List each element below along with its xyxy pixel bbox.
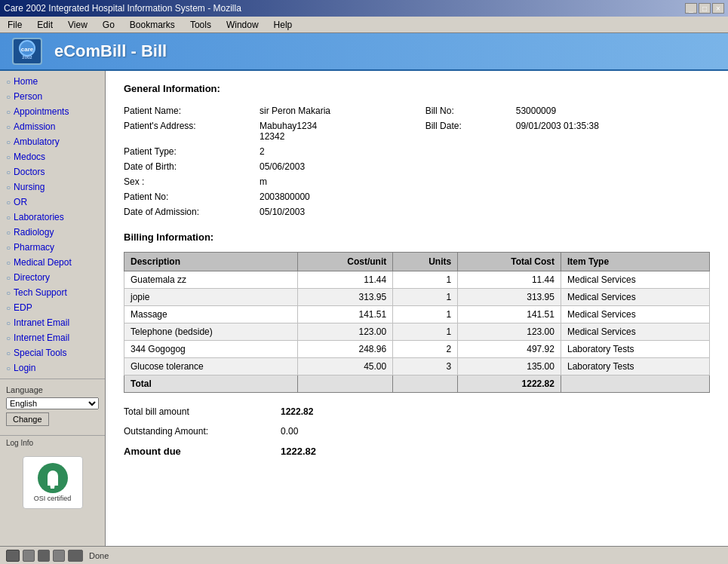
cell-units: 1 <box>393 271 458 289</box>
sidebar-item-or[interactable]: ○ OR <box>0 195 105 210</box>
patient-address-value: Mabuhay123412342 <box>260 118 425 144</box>
bullet-icon: ○ <box>6 304 11 312</box>
language-change-button[interactable]: Change <box>6 412 49 426</box>
sidebar-item-nursing[interactable]: ○ Nursing <box>0 179 105 195</box>
billing-info-header: Billing Information: <box>124 231 710 243</box>
sidebar-link-directory[interactable]: Directory <box>14 272 50 283</box>
amount-due-label: Amount due <box>124 446 275 457</box>
minimize-button[interactable]: _ <box>685 3 697 14</box>
menu-window[interactable]: Window <box>222 18 263 32</box>
sidebar-item-directory[interactable]: ○ Directory <box>0 270 105 285</box>
cell-total-cost: 123.00 <box>458 323 561 341</box>
bullet-icon: ○ <box>6 198 11 207</box>
sidebar-item-radiology[interactable]: ○ Radiology <box>0 225 105 240</box>
col-total-cost: Total Cost <box>458 253 561 271</box>
sidebar-link-home[interactable]: Home <box>14 76 38 87</box>
statusbar-icon-3 <box>38 550 50 562</box>
menu-view[interactable]: View <box>63 18 92 32</box>
sidebar-item-login[interactable]: ○ Login <box>0 360 105 375</box>
bullet-icon: ○ <box>6 78 11 86</box>
total-empty-2 <box>393 375 458 393</box>
table-row: Massage 141.51 1 141.51 Medical Services <box>124 306 710 323</box>
table-row: Telephone (bedside) 123.00 1 123.00 Medi… <box>124 323 710 341</box>
sidebar-link-appointments[interactable]: Appointments <box>14 106 69 117</box>
sidebar-link-doctors[interactable]: Doctors <box>14 167 45 177</box>
sidebar-link-ambulatory[interactable]: Ambulatory <box>14 136 60 147</box>
osi-logo: OSI certified <box>23 456 83 509</box>
sidebar-item-special-tools[interactable]: ○ Special Tools <box>0 345 105 360</box>
cell-units: 1 <box>393 306 458 323</box>
menu-edit[interactable]: Edit <box>32 18 57 32</box>
sidebar-item-admission[interactable]: ○ Admission <box>0 119 105 134</box>
statusbar-text: Done <box>89 551 109 560</box>
logo-area: care 2002 <box>12 38 42 65</box>
cell-units: 3 <box>393 358 458 375</box>
sidebar-item-intranet-email[interactable]: ○ Intranet Email <box>0 315 105 330</box>
col-description: Description <box>124 253 298 271</box>
bullet-icon: ○ <box>6 244 11 252</box>
sidebar-link-special-tools[interactable]: Special Tools <box>14 348 67 358</box>
sidebar-item-appointments[interactable]: ○ Appointments <box>0 104 105 119</box>
sidebar-item-edp[interactable]: ○ EDP <box>0 300 105 315</box>
menu-help[interactable]: Help <box>269 18 297 32</box>
table-row: Patient No: 2003800000 <box>124 189 710 204</box>
cell-description: 344 Gogogog <box>124 341 298 358</box>
sidebar-link-or[interactable]: OR <box>14 197 27 207</box>
bullet-icon: ○ <box>6 123 11 131</box>
general-info-header: General Information: <box>124 83 710 94</box>
sidebar-item-internet-email[interactable]: ○ Internet Email <box>0 330 105 345</box>
sidebar-link-edp[interactable]: EDP <box>14 302 32 313</box>
sidebar-item-medocs[interactable]: ○ Medocs <box>0 149 105 164</box>
amount-due-row: Amount due 1222.82 <box>124 444 710 458</box>
bullet-icon: ○ <box>6 349 11 357</box>
sidebar-link-medical-depot[interactable]: Medical Depot <box>14 257 72 268</box>
bullet-icon: ○ <box>6 93 11 101</box>
sidebar-link-internet-email[interactable]: Internet Email <box>14 333 69 343</box>
general-info-table: Patient Name: sir Peron Makaria Bill No:… <box>124 103 710 219</box>
sidebar-link-radiology[interactable]: Radiology <box>14 227 54 238</box>
language-select[interactable]: English Filipino Spanish <box>6 397 99 409</box>
sidebar-link-intranet-email[interactable]: Intranet Email <box>14 317 69 328</box>
app-header: care 2002 eComBill - Bill <box>0 33 728 71</box>
cell-item-type: Medical Services <box>561 306 709 323</box>
sidebar-link-medocs[interactable]: Medocs <box>14 152 45 162</box>
cell-item-type: Laboratory Tests <box>561 358 709 375</box>
sidebar-item-person[interactable]: ○ Person <box>0 89 105 104</box>
language-label: Language <box>6 385 99 394</box>
cell-description: Massage <box>124 306 298 323</box>
menu-bookmarks[interactable]: Bookmarks <box>125 18 180 32</box>
sidebar-link-pharmacy[interactable]: Pharmacy <box>14 242 54 253</box>
statusbar-icons <box>6 550 83 562</box>
main-content: General Information: Patient Name: sir P… <box>106 71 728 546</box>
menu-go[interactable]: Go <box>98 18 119 32</box>
sidebar-item-tech-support[interactable]: ○ Tech Support <box>0 285 105 300</box>
total-bill-row: Total bill amount 1222.82 <box>124 405 710 418</box>
sidebar-link-admission[interactable]: Admission <box>14 121 55 132</box>
sidebar-link-laboratories[interactable]: Laboratories <box>14 212 64 222</box>
menu-tools[interactable]: Tools <box>186 18 216 32</box>
sidebar-item-doctors[interactable]: ○ Doctors <box>0 164 105 179</box>
sidebar-item-medical-depot[interactable]: ○ Medical Depot <box>0 255 105 270</box>
sidebar-item-ambulatory[interactable]: ○ Ambulatory <box>0 134 105 149</box>
patient-name-value: sir Peron Makaria <box>260 103 425 118</box>
maximize-button[interactable]: □ <box>699 3 711 14</box>
close-button[interactable]: × <box>712 3 724 14</box>
sidebar-link-nursing[interactable]: Nursing <box>14 182 45 192</box>
sidebar-item-pharmacy[interactable]: ○ Pharmacy <box>0 240 105 255</box>
patient-type-label: Patient Type: <box>124 144 260 159</box>
amount-due-value: 1222.82 <box>281 446 316 457</box>
cell-item-type: Medical Services <box>561 271 709 289</box>
menu-file[interactable]: File <box>3 18 26 32</box>
language-section: Language English Filipino Spanish Change <box>0 379 105 432</box>
sidebar-link-tech-support[interactable]: Tech Support <box>14 287 67 298</box>
svg-text:2002: 2002 <box>22 55 32 60</box>
table-row: Patient's Address: Mabuhay123412342 Bill… <box>124 118 710 144</box>
table-row: Guatemala zz 11.44 1 11.44 Medical Servi… <box>124 271 710 289</box>
sidebar-link-login[interactable]: Login <box>14 363 35 373</box>
sidebar-item-laboratories[interactable]: ○ Laboratories <box>0 210 105 225</box>
bullet-icon: ○ <box>6 274 11 282</box>
bill-no-label: Bill No: <box>425 103 516 118</box>
sidebar-item-home[interactable]: ○ Home <box>0 74 105 89</box>
table-row: Sex : m <box>124 174 710 189</box>
sidebar-link-person[interactable]: Person <box>14 91 42 102</box>
